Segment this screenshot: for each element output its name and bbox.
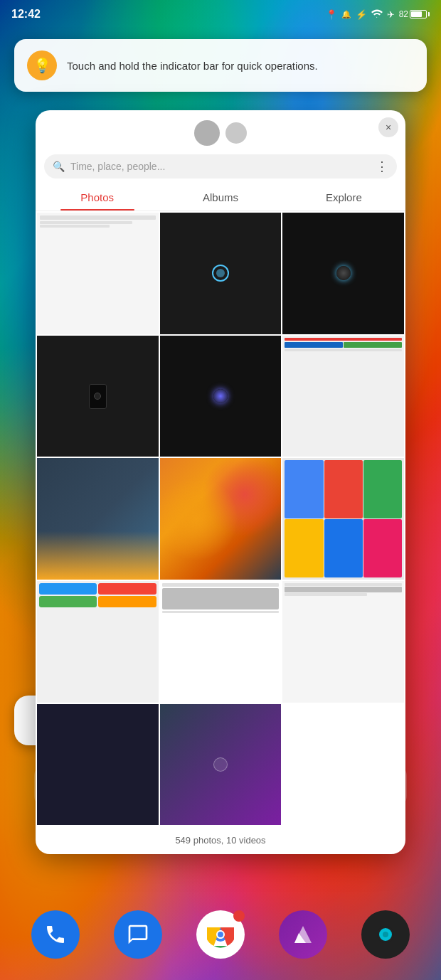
dock-phone[interactable] — [31, 910, 80, 959]
chrome-icon — [207, 921, 234, 948]
photo-cell-8[interactable] — [160, 458, 282, 580]
modal-close-button[interactable]: × — [378, 117, 398, 137]
photo-cell-12[interactable] — [282, 581, 404, 703]
photo-cell-9[interactable] — [282, 458, 404, 580]
svg-point-8 — [218, 932, 223, 937]
search-icon: 🔍 — [53, 161, 65, 172]
notification-card: 💡 Touch and hold the indicator bar for q… — [14, 39, 427, 92]
photo-cell-5[interactable] — [160, 336, 282, 457]
photo-cell-7[interactable] — [37, 458, 159, 580]
photo-cell-1[interactable] — [37, 213, 159, 334]
wifi-icon — [371, 9, 383, 20]
chrome-badge — [233, 910, 245, 922]
dock-camera[interactable] — [361, 910, 410, 959]
photos-modal: × 🔍 Time, place, people... ⋮ Photos Albu… — [36, 110, 405, 854]
avatar-area — [36, 110, 405, 150]
photo-cell-11[interactable] — [160, 581, 282, 703]
notification-icon: 🔔 — [341, 10, 351, 19]
photo-search-bar[interactable]: 🔍 Time, place, people... ⋮ — [44, 154, 397, 179]
photo-cell-14[interactable] — [160, 704, 282, 826]
avatar-1 — [194, 120, 220, 146]
mountain-icon — [292, 923, 314, 946]
photo-cell-13[interactable] — [37, 704, 159, 826]
photo-cell-2[interactable] — [160, 213, 282, 334]
search-placeholder: Time, place, people... — [70, 161, 370, 172]
photo-cell-10[interactable] — [37, 581, 159, 703]
status-icons: 📍 🔔 ⚡ ✈ 82 — [326, 9, 430, 20]
battery-level: 82 — [399, 9, 408, 19]
status-time: 12:42 — [11, 8, 41, 21]
search-more-icon[interactable]: ⋮ — [376, 160, 388, 173]
phone-icon — [44, 923, 67, 946]
airplane-icon: ✈ — [387, 9, 395, 20]
photo-cell-3[interactable] — [282, 213, 404, 334]
tabs-row: Photos Albums Explore — [36, 184, 405, 211]
battery-icon: 82 — [399, 9, 430, 19]
dock-messages[interactable] — [114, 910, 162, 959]
photo-cell-4[interactable] — [37, 336, 159, 457]
camera-lens — [377, 926, 394, 943]
tab-photos[interactable]: Photos — [36, 184, 159, 211]
tab-explore[interactable]: Explore — [282, 184, 405, 211]
photos-count: 549 photos, 10 videos — [36, 826, 405, 854]
messages-icon — [127, 923, 149, 946]
photos-grid — [36, 211, 405, 826]
dock-chrome[interactable] — [196, 910, 245, 959]
tab-albums[interactable]: Albums — [159, 184, 282, 211]
status-bar: 12:42 📍 🔔 ⚡ ✈ 82 — [0, 0, 441, 28]
location-icon: 📍 — [326, 9, 337, 20]
bluetooth-icon: ⚡ — [356, 9, 367, 20]
notif-bulb-icon: 💡 — [27, 50, 57, 80]
avatar-2 — [225, 122, 247, 144]
bottom-dock — [14, 910, 427, 959]
notification-text: Touch and hold the indicator bar for qui… — [67, 58, 318, 73]
photo-cell-6[interactable] — [282, 336, 404, 457]
dock-mountain[interactable] — [279, 910, 327, 959]
